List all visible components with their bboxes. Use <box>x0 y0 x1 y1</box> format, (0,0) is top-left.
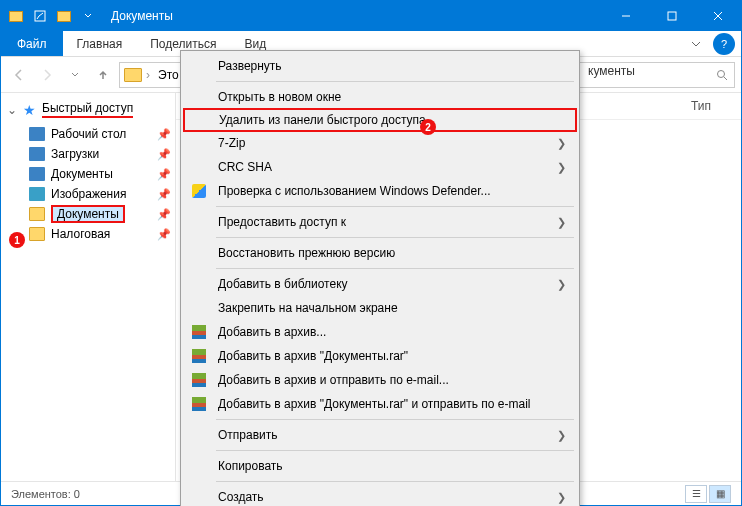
context-menu-item[interactable]: Удалить из панели быстрого доступа <box>183 108 577 132</box>
context-menu-item[interactable]: CRC SHA❯ <box>184 155 576 179</box>
svg-rect-2 <box>668 12 676 20</box>
context-menu-item[interactable]: Добавить в архив... <box>184 320 576 344</box>
context-menu-item[interactable]: 7-Zip❯ <box>184 131 576 155</box>
menu-separator <box>216 481 574 482</box>
help-button[interactable]: ? <box>713 33 735 55</box>
nav-forward-button[interactable] <box>35 63 59 87</box>
context-menu-label: Предоставить доступ к <box>212 215 557 229</box>
pin-icon: 📌 <box>157 208 171 221</box>
context-menu-label: Восстановить прежнюю версию <box>212 246 568 260</box>
chevron-right-icon: ❯ <box>557 429 568 442</box>
sidebar-item-label: Налоговая <box>51 227 110 241</box>
view-details-button[interactable]: ☰ <box>685 485 707 503</box>
chevron-right-icon: ❯ <box>557 278 568 291</box>
search-icon <box>716 69 728 81</box>
chevron-right-icon: ❯ <box>557 216 568 229</box>
sidebar-item-tax[interactable]: Налоговая📌 <box>1 224 175 244</box>
chevron-right-icon: › <box>146 68 150 82</box>
menu-separator <box>216 206 574 207</box>
folder-icon <box>29 227 45 241</box>
close-button[interactable] <box>695 1 741 31</box>
menu-separator <box>216 450 574 451</box>
pin-icon: 📌 <box>157 168 171 181</box>
nav-up-button[interactable] <box>91 63 115 87</box>
images-icon <box>29 187 45 201</box>
quick-access-label: Быстрый доступ <box>42 101 133 115</box>
context-menu-label: Добавить в архив "Документы.rar" <box>212 349 568 363</box>
context-menu-item[interactable]: Добавить в архив "Документы.rar" и отпра… <box>184 392 576 416</box>
svg-rect-0 <box>35 11 45 21</box>
menu-separator <box>216 419 574 420</box>
archive-icon <box>192 373 206 387</box>
archive-icon <box>192 397 206 411</box>
maximize-button[interactable] <box>649 1 695 31</box>
nav-recent-dropdown[interactable] <box>63 63 87 87</box>
context-menu-label: Закрепить на начальном экране <box>212 301 568 315</box>
context-menu-item[interactable]: Развернуть <box>184 54 576 78</box>
context-menu-item[interactable]: Восстановить прежнюю версию <box>184 241 576 265</box>
chevron-down-icon: ⌄ <box>7 103 17 117</box>
star-icon: ★ <box>23 102 36 118</box>
context-menu-item[interactable]: Добавить в архив "Документы.rar" <box>184 344 576 368</box>
pin-icon: 📌 <box>157 128 171 141</box>
column-type[interactable]: Тип <box>691 99 711 113</box>
svg-point-5 <box>718 70 725 77</box>
context-menu-label: CRC SHA <box>212 160 557 174</box>
pin-icon: 📌 <box>157 228 171 241</box>
view-icons-button[interactable]: ▦ <box>709 485 731 503</box>
context-menu-item[interactable]: Предоставить доступ к❯ <box>184 210 576 234</box>
file-tab[interactable]: Файл <box>1 31 63 56</box>
qat-folder-icon[interactable] <box>5 5 27 27</box>
context-menu-label: Проверка с использованием Windows Defend… <box>212 184 568 198</box>
sidebar-item-label: Документы <box>51 205 125 223</box>
sidebar-item-downloads[interactable]: Загрузки📌 <box>1 144 175 164</box>
context-menu-item[interactable]: Добавить в библиотеку❯ <box>184 272 576 296</box>
sidebar-item-documents[interactable]: Документы📌 <box>1 164 175 184</box>
annotation-marker-1: 1 <box>9 232 25 248</box>
sidebar-item-label: Документы <box>51 167 113 181</box>
quick-access-header[interactable]: ⌄ ★ Быстрый доступ <box>1 99 175 120</box>
qat-properties-icon[interactable] <box>29 5 51 27</box>
context-menu-item[interactable]: Проверка с использованием Windows Defend… <box>184 179 576 203</box>
qat-dropdown-icon[interactable] <box>77 5 99 27</box>
context-menu-item[interactable]: Закрепить на начальном экране <box>184 296 576 320</box>
sidebar-item-desktop[interactable]: Рабочий стол📌 <box>1 124 175 144</box>
menu-separator <box>216 237 574 238</box>
minimize-button[interactable] <box>603 1 649 31</box>
shield-icon <box>192 184 206 198</box>
nav-back-button[interactable] <box>7 63 31 87</box>
desktop-icon <box>29 127 45 141</box>
context-menu-item[interactable]: Создать❯ <box>184 485 576 506</box>
window-title: Документы <box>103 9 603 23</box>
folder-icon <box>124 68 142 82</box>
sidebar-item-images[interactable]: Изображения📌 <box>1 184 175 204</box>
menu-separator <box>216 81 574 82</box>
context-menu-label: Отправить <box>212 428 557 442</box>
context-menu-item[interactable]: Открыть в новом окне <box>184 85 576 109</box>
context-menu-item[interactable]: Добавить в архив и отправить по e-mail..… <box>184 368 576 392</box>
context-menu-item[interactable]: Отправить❯ <box>184 423 576 447</box>
downloads-icon <box>29 147 45 161</box>
archive-icon <box>192 325 206 339</box>
context-menu-item[interactable]: Копировать <box>184 454 576 478</box>
context-menu-label: Добавить в библиотеку <box>212 277 557 291</box>
qat-newfolder-icon[interactable] <box>53 5 75 27</box>
chevron-right-icon: ❯ <box>557 161 568 174</box>
context-menu-label: 7-Zip <box>212 136 557 150</box>
breadcrumb[interactable]: Это <box>154 68 183 82</box>
folder-icon <box>29 207 45 221</box>
sidebar-item-label: Изображения <box>51 187 126 201</box>
context-menu-label: Открыть в новом окне <box>212 90 568 104</box>
context-menu-label: Копировать <box>212 459 568 473</box>
pin-icon: 📌 <box>157 188 171 201</box>
chevron-right-icon: ❯ <box>557 491 568 504</box>
sidebar-item-documents-pinned[interactable]: Документы📌 <box>1 204 175 224</box>
ribbon-expand-icon[interactable] <box>685 31 707 56</box>
svg-line-6 <box>724 77 727 80</box>
pin-icon: 📌 <box>157 148 171 161</box>
sidebar-item-label: Рабочий стол <box>51 127 126 141</box>
context-menu-label: Создать <box>212 490 557 504</box>
documents-icon <box>29 167 45 181</box>
menu-separator <box>216 268 574 269</box>
tab-home[interactable]: Главная <box>63 31 137 56</box>
